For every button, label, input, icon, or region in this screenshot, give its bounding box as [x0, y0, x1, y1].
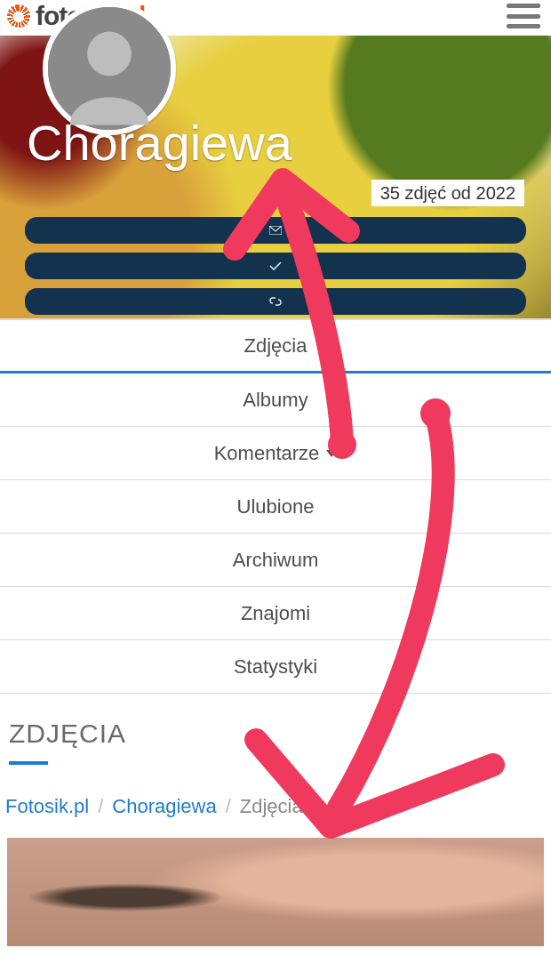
follow-button[interactable]	[25, 253, 526, 279]
chevron-down-icon	[326, 450, 337, 457]
message-button[interactable]	[25, 217, 526, 244]
tab-zdjęcia[interactable]: Zdjęcia	[0, 320, 551, 374]
hamburger-bar	[507, 24, 540, 28]
heading-underline	[9, 761, 48, 765]
photos-section: ZDJĘCIA Fotosik.pl/Choragiewa/Zdjęcia	[0, 694, 551, 946]
breadcrumb-item[interactable]: Fotosik.pl	[5, 795, 89, 817]
link-icon	[269, 296, 282, 307]
breadcrumb-item: Zdjęcia	[240, 795, 303, 817]
profile-username: Choragiewa	[27, 114, 292, 172]
tab-label: Komentarze	[214, 442, 320, 465]
profile-cover: Choragiewa 35 zdjęć od 2022	[0, 36, 551, 318]
tab-label: Statystyki	[234, 655, 317, 679]
tab-komentarze[interactable]: Komentarze	[0, 427, 551, 480]
menu-button[interactable]	[507, 4, 540, 28]
breadcrumb-separator: /	[217, 795, 240, 817]
section-heading: ZDJĘCIA	[4, 719, 547, 761]
tab-label: Zdjęcia	[244, 334, 307, 357]
svg-point-1	[87, 32, 132, 76]
envelope-icon	[269, 226, 282, 235]
avatar-placeholder-icon	[48, 7, 171, 130]
hamburger-bar	[507, 4, 540, 8]
tab-znajomi[interactable]: Znajomi	[0, 587, 551, 640]
tab-label: Znajomi	[241, 602, 310, 625]
tab-ulubione[interactable]: Ulubione	[0, 480, 551, 534]
photo-thumbnail[interactable]	[7, 838, 544, 946]
profile-action-bar	[25, 217, 526, 315]
tab-label: Ulubione	[237, 495, 315, 518]
tab-label: Archiwum	[233, 549, 319, 572]
breadcrumb-separator: /	[89, 795, 112, 817]
tab-archiwum[interactable]: Archiwum	[0, 534, 551, 587]
tab-statystyki[interactable]: Statystyki	[0, 640, 551, 694]
check-icon	[269, 261, 282, 270]
more-button[interactable]	[25, 288, 526, 315]
photo-count-badge: 35 zdjęć od 2022	[371, 180, 524, 206]
breadcrumb: Fotosik.pl/Choragiewa/Zdjęcia	[4, 795, 547, 838]
logo-sun-icon	[7, 4, 30, 28]
tab-albumy[interactable]: Albumy	[0, 374, 551, 427]
tab-label: Albumy	[243, 389, 307, 412]
breadcrumb-item[interactable]: Choragiewa	[112, 795, 216, 817]
hamburger-bar	[507, 14, 540, 19]
profile-tabs: ZdjęciaAlbumyKomentarzeUlubioneArchiwumZ…	[0, 318, 551, 694]
page-root: fotosik.pl Choragiewa 35 zdjęć od 2022	[0, 0, 551, 946]
